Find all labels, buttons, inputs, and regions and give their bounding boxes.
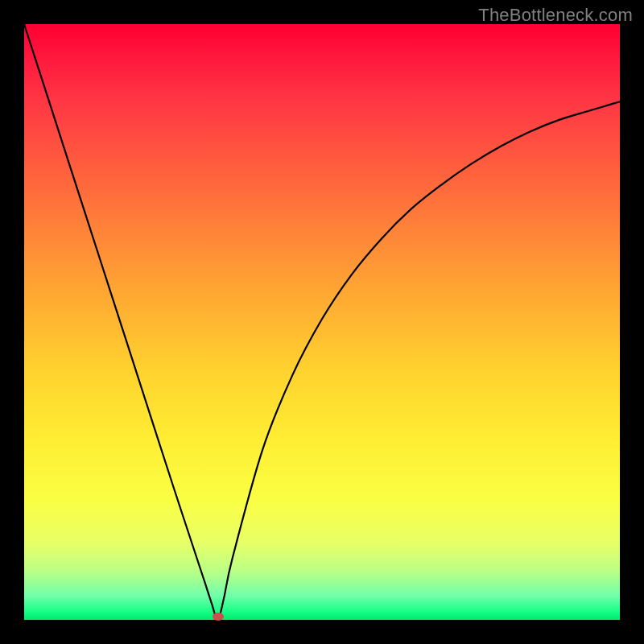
watermark-text: TheBottleneck.com xyxy=(478,5,633,26)
bottleneck-curve xyxy=(24,24,620,620)
plot-area xyxy=(24,24,620,620)
chart-frame: TheBottleneck.com xyxy=(0,0,644,644)
optimal-point-marker xyxy=(213,613,224,621)
